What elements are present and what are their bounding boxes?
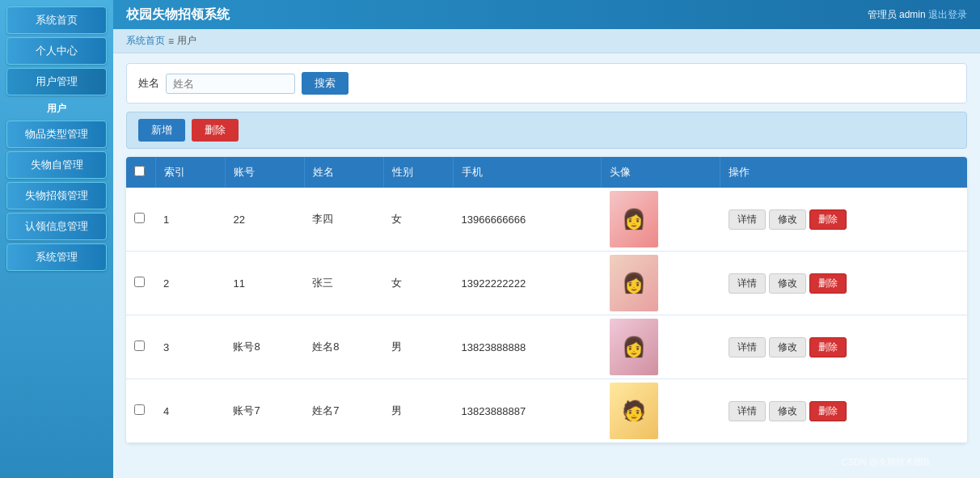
cell-name-1: 张三 (304, 252, 383, 315)
detail-button-3[interactable]: 详情 (729, 401, 766, 421)
cell-gender-2: 男 (383, 315, 453, 379)
content-area: 姓名 搜索 新增 删除 索引 账号 姓名 性别 手机 头像 操作 (113, 53, 980, 478)
cell-account-3: 账号7 (225, 379, 304, 443)
delete-button-2[interactable]: 删除 (809, 337, 847, 357)
cell-phone-2: 13823888888 (454, 315, 602, 379)
cell-avatar-0: 👩 (602, 188, 720, 252)
search-label: 姓名 (138, 76, 159, 91)
main-content: 校园失物招领系统 管理员 admin 退出登录 系统首页 ≡ 用户 姓名 搜索 … (113, 0, 980, 478)
sidebar-item-auth-info[interactable]: 认领信息管理 (6, 213, 107, 240)
cell-gender-0: 女 (383, 188, 453, 252)
sidebar-item-lost-self[interactable]: 失物自管理 (6, 151, 107, 179)
cell-name-3: 姓名7 (304, 379, 383, 443)
cell-phone-0: 13966666666 (454, 188, 602, 252)
breadcrumb: 系统首页 ≡ 用户 (113, 29, 980, 53)
cell-phone-3: 13823888887 (454, 379, 602, 443)
sidebar-user-label: 用户 (6, 99, 107, 117)
row-checkbox-1[interactable] (134, 277, 145, 287)
table-row: 4 账号7 姓名7 男 13823888887 🧑 详情 修改 删除 (126, 379, 967, 443)
cell-actions-0: 详情 修改 删除 (720, 188, 967, 252)
sidebar-item-system-home[interactable]: 系统首页 (6, 6, 107, 34)
cell-account-0: 22 (225, 188, 304, 252)
avatar-2: 👩 (610, 319, 658, 375)
row-checkbox-3[interactable] (134, 404, 145, 415)
cell-name-0: 李四 (304, 188, 383, 252)
breadcrumb-home[interactable]: 系统首页 (126, 34, 165, 48)
col-action: 操作 (720, 157, 967, 188)
admin-info: 管理员 admin 退出登录 (868, 8, 967, 22)
search-button[interactable]: 搜索 (302, 72, 348, 95)
cell-phone-1: 13922222222 (454, 252, 602, 315)
cell-account-2: 账号8 (225, 315, 304, 379)
col-account: 账号 (225, 157, 304, 188)
row-checkbox-0[interactable] (134, 213, 145, 223)
avatar-1: 👩 (610, 255, 658, 311)
cell-actions-3: 详情 修改 删除 (720, 379, 967, 443)
row-checkbox-2[interactable] (134, 341, 145, 351)
cell-actions-2: 详情 修改 删除 (720, 315, 967, 379)
delete-button-0[interactable]: 删除 (809, 209, 847, 230)
search-bar: 姓名 搜索 (126, 63, 967, 104)
cell-index-3: 4 (155, 379, 225, 443)
col-gender: 性别 (383, 157, 453, 188)
sidebar-item-system-mgmt[interactable]: 系统管理 (6, 243, 107, 271)
add-button[interactable]: 新增 (138, 119, 185, 142)
avatar-3: 🧑 (610, 383, 658, 439)
edit-button-1[interactable]: 修改 (769, 273, 806, 294)
detail-button-1[interactable]: 详情 (729, 273, 766, 294)
table-row: 3 账号8 姓名8 男 13823888888 👩 详情 修改 删除 (126, 315, 967, 379)
detail-button-0[interactable]: 详情 (729, 209, 766, 230)
cell-avatar-1: 👩 (602, 252, 720, 315)
cell-name-2: 姓名8 (304, 315, 383, 379)
edit-button-2[interactable]: 修改 (769, 337, 806, 357)
edit-button-3[interactable]: 修改 (769, 401, 806, 421)
cell-gender-1: 女 (383, 252, 453, 315)
cell-actions-1: 详情 修改 删除 (720, 252, 967, 315)
delete-button-1[interactable]: 删除 (809, 273, 847, 294)
sidebar-item-goods-type[interactable]: 物品类型管理 (6, 121, 107, 148)
sidebar-item-personal-center[interactable]: 个人中心 (6, 37, 107, 65)
logout-link[interactable]: 退出登录 (928, 9, 967, 20)
breadcrumb-current: 用户 (177, 34, 196, 48)
table-row: 1 22 李四 女 13966666666 👩 详情 修改 删除 (126, 188, 967, 252)
cell-index-2: 3 (155, 315, 225, 379)
sidebar-item-lost-claim[interactable]: 失物招领管理 (6, 182, 107, 209)
data-table: 索引 账号 姓名 性别 手机 头像 操作 1 22 李四 女 139666666… (126, 157, 967, 443)
cell-index-1: 2 (155, 252, 225, 315)
delete-button-3[interactable]: 删除 (809, 401, 847, 421)
breadcrumb-separator: ≡ (168, 36, 174, 47)
cell-index-0: 1 (155, 188, 225, 252)
edit-button-0[interactable]: 修改 (769, 209, 806, 230)
sidebar-item-user-management[interactable]: 用户管理 (6, 68, 107, 95)
cell-gender-3: 男 (383, 379, 453, 443)
action-bar: 新增 删除 (126, 112, 967, 149)
col-phone: 手机 (454, 157, 602, 188)
select-all-checkbox[interactable] (134, 166, 145, 176)
col-index: 索引 (155, 157, 225, 188)
cell-avatar-3: 🧑 (602, 379, 720, 443)
detail-button-2[interactable]: 详情 (729, 337, 766, 357)
search-input[interactable] (166, 74, 295, 94)
app-title: 校园失物招领系统 (126, 6, 230, 23)
col-avatar: 头像 (602, 157, 720, 188)
cell-account-1: 11 (225, 252, 304, 315)
cell-avatar-2: 👩 (602, 315, 720, 379)
avatar-0: 👩 (610, 191, 658, 247)
table-row: 2 11 张三 女 13922222222 👩 详情 修改 删除 (126, 252, 967, 315)
batch-delete-button[interactable]: 删除 (192, 119, 239, 142)
col-name: 姓名 (304, 157, 383, 188)
top-header: 校园失物招领系统 管理员 admin 退出登录 (113, 0, 980, 29)
sidebar: 系统首页 个人中心 用户管理 用户 物品类型管理 失物自管理 失物招领管理 认领… (0, 0, 113, 478)
